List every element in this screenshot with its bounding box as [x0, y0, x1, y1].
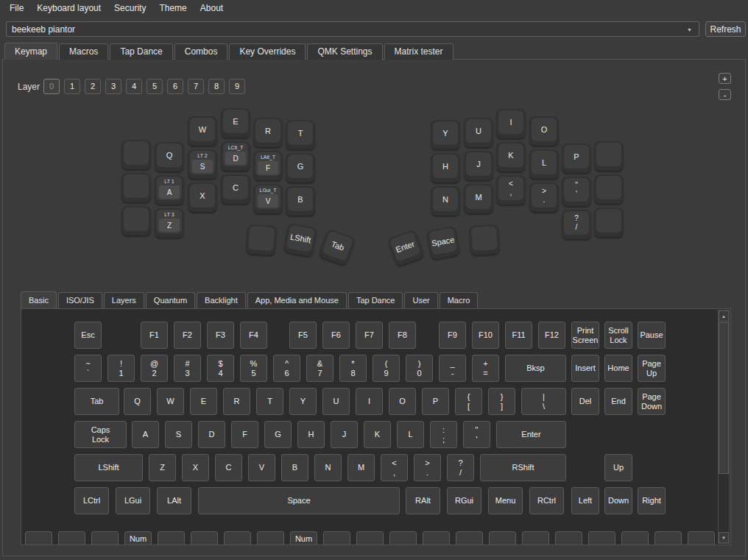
picker-key[interactable]: F9 — [439, 322, 466, 349]
keymap-key[interactable]: LGui_TV — [253, 184, 283, 213]
keymap-key-blank[interactable] — [594, 174, 624, 204]
picker-key[interactable]: @ 2 — [141, 355, 168, 382]
keymap-key[interactable]: B — [286, 186, 315, 216]
tab-matrix-tester[interactable]: Matrix tester — [384, 43, 454, 60]
picker-key[interactable]: ^ 6 — [273, 355, 300, 382]
picker-key[interactable]: H — [297, 421, 325, 448]
picker-key[interactable] — [522, 531, 549, 545]
picker-key[interactable]: Page Up — [638, 355, 666, 382]
picker-key[interactable]: LCtrl — [74, 487, 109, 514]
picker-key[interactable]: RAlt — [406, 487, 440, 514]
keymap-key[interactable]: LT 1A — [155, 175, 184, 205]
picker-key[interactable]: F — [231, 421, 258, 448]
tab-qmk-settings[interactable]: QMK Settings — [307, 43, 382, 60]
picker-key[interactable]: Caps Lock — [74, 421, 127, 448]
keymap-key[interactable]: Y — [431, 120, 460, 149]
picker-key[interactable]: Q — [124, 388, 151, 415]
picker-key[interactable]: * 8 — [339, 355, 367, 382]
picker-key[interactable] — [257, 531, 284, 545]
picker-tab-tap-dance[interactable]: Tap Dance — [348, 292, 403, 308]
picker-key[interactable]: Y — [289, 388, 317, 415]
keymap-key[interactable]: L — [529, 149, 559, 179]
picker-key[interactable]: F8 — [389, 322, 416, 349]
picker-key[interactable]: _ - — [439, 355, 466, 382]
picker-key[interactable] — [91, 531, 119, 545]
picker-key[interactable]: RGui — [447, 487, 481, 514]
keymap-key[interactable]: C — [221, 174, 250, 204]
picker-key[interactable]: ! 1 — [107, 355, 135, 382]
keymap-key[interactable]: H — [431, 153, 460, 182]
picker-key[interactable]: A — [132, 421, 159, 448]
picker-key[interactable] — [323, 531, 350, 545]
picker-scrollbar[interactable]: ▲ ▼ — [718, 310, 730, 544]
keymap-key[interactable]: R — [253, 118, 283, 147]
picker-key[interactable]: F5 — [289, 322, 317, 349]
layer-button-4[interactable]: 4 — [126, 79, 142, 94]
scrollbar-thumb[interactable] — [719, 322, 729, 474]
layer-button-3[interactable]: 3 — [105, 79, 121, 94]
picker-tab-backlight[interactable]: Backlight — [197, 292, 246, 308]
picker-key[interactable] — [389, 531, 417, 545]
picker-key[interactable]: LAlt — [157, 487, 191, 514]
keymap-key[interactable]: Enter — [387, 229, 424, 266]
keymap-key[interactable]: G — [286, 153, 315, 182]
device-select[interactable]: beekeeb piantor ▼ — [6, 21, 699, 37]
picker-key[interactable]: F1 — [141, 322, 168, 349]
picker-key[interactable]: B — [281, 454, 308, 481]
picker-key[interactable]: RCtrl — [529, 487, 564, 514]
keymap-key-blank[interactable] — [246, 224, 278, 256]
picker-key[interactable]: } ] — [488, 388, 515, 415]
picker-tab-iso-jis[interactable]: ISO/JIS — [58, 292, 102, 308]
picker-key[interactable]: C — [215, 454, 242, 481]
picker-key[interactable]: F6 — [322, 322, 350, 349]
picker-key[interactable]: F10 — [472, 322, 499, 349]
picker-key[interactable] — [224, 531, 251, 545]
menu-item-security[interactable]: Security — [107, 0, 152, 16]
keymap-key[interactable]: X — [188, 182, 217, 212]
keymap-key[interactable]: <, — [496, 175, 526, 205]
keymap-key[interactable]: J — [464, 151, 493, 180]
keymap-key[interactable]: I — [496, 109, 526, 138]
picker-key[interactable]: T — [256, 388, 283, 415]
picker-key[interactable]: S — [165, 421, 192, 448]
picker-key[interactable] — [555, 531, 582, 545]
keymap-key[interactable]: P — [562, 143, 591, 173]
picker-key[interactable] — [456, 531, 483, 545]
zoom-in-button[interactable]: + — [719, 73, 731, 84]
picker-key[interactable]: I — [356, 388, 383, 415]
keymap-key[interactable]: "' — [562, 177, 591, 206]
refresh-button[interactable]: Refresh — [705, 21, 746, 37]
picker-key[interactable]: Tab — [74, 388, 119, 415]
picker-key[interactable]: : ; — [430, 421, 457, 448]
layer-button-6[interactable]: 6 — [167, 79, 183, 94]
layer-button-7[interactable]: 7 — [188, 79, 204, 94]
picker-tab-app-media-and-mouse[interactable]: App, Media and Mouse — [247, 292, 347, 308]
picker-tab-macro[interactable]: Macro — [440, 292, 479, 308]
picker-key[interactable] — [654, 531, 682, 545]
tab-keymap[interactable]: Keymap — [4, 43, 57, 60]
keymap-key-blank[interactable] — [594, 141, 624, 171]
picker-key[interactable]: Del — [571, 388, 599, 415]
picker-key[interactable]: N — [314, 454, 342, 481]
picker-key[interactable]: Right — [638, 487, 666, 514]
picker-key[interactable]: Space — [198, 487, 400, 514]
picker-key[interactable] — [588, 531, 615, 545]
picker-key[interactable]: K — [364, 421, 391, 448]
tab-tap-dance[interactable]: Tap Dance — [110, 43, 172, 60]
picker-tab-basic[interactable]: Basic — [21, 291, 57, 308]
picker-key[interactable]: > . — [414, 454, 441, 481]
picker-key[interactable]: V — [248, 454, 275, 481]
keymap-key[interactable]: U — [464, 118, 493, 147]
picker-key[interactable] — [25, 531, 52, 545]
picker-key[interactable] — [158, 531, 185, 545]
picker-key[interactable]: ? / — [447, 454, 474, 481]
keymap-key[interactable]: O — [529, 116, 559, 146]
picker-key[interactable]: Page Down — [638, 388, 666, 415]
keymap-key[interactable]: E — [221, 108, 250, 138]
keymap-key[interactable]: Space — [426, 226, 460, 260]
picker-key[interactable]: R — [223, 388, 250, 415]
picker-key[interactable]: Left — [571, 487, 599, 514]
picker-key[interactable] — [58, 531, 85, 545]
tab-macros[interactable]: Macros — [59, 43, 108, 60]
picker-key[interactable]: ~ ` — [74, 355, 102, 382]
